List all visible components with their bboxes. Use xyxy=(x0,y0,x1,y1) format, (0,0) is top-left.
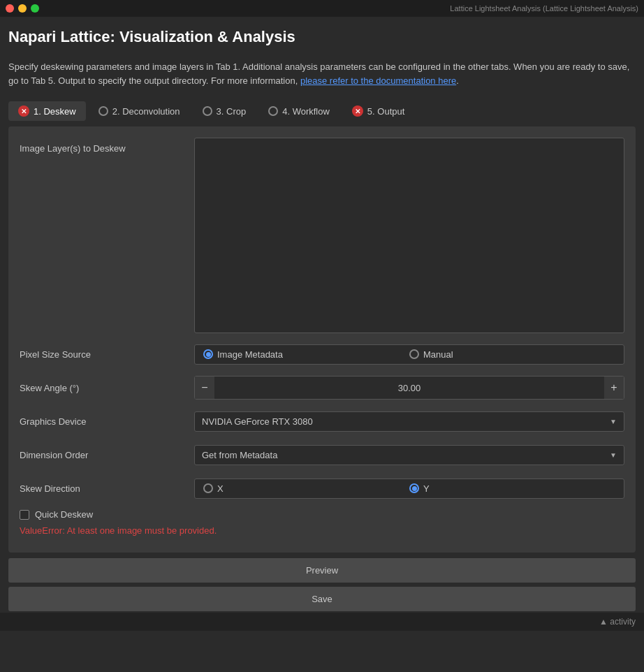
skew-angle-plus-button[interactable]: + xyxy=(604,377,624,399)
tab-crop-label: 3. Crop xyxy=(217,106,247,117)
skew-angle-control: − 30.00 + xyxy=(194,376,624,400)
pixel-size-source-control: Image Metadata Manual xyxy=(194,344,624,365)
graphics-device-value: NVIDIA GeForce RTX 3080 xyxy=(202,416,313,427)
title-bar: Lattice Lightsheet Analysis (Lattice Lig… xyxy=(0,0,644,17)
skew-direction-row: Skew Direction X Y xyxy=(20,476,624,501)
graphics-device-label: Graphics Device xyxy=(20,416,194,427)
dimension-order-row: Dimension Order Get from Metadata ▼ xyxy=(20,442,624,467)
skew-angle-minus-button[interactable]: − xyxy=(195,377,214,399)
quick-deskew-label: Quick Deskew xyxy=(35,509,93,520)
dimension-order-control: Get from Metadata ▼ xyxy=(194,445,624,465)
tab-workflow[interactable]: 4. Workflow xyxy=(258,101,339,121)
error-message: ValueError: At least one image must be p… xyxy=(20,525,624,536)
radio-skew-y-circle xyxy=(409,483,419,493)
tab-output-label: 5. Output xyxy=(367,106,404,117)
radio-manual-label: Manual xyxy=(423,349,453,360)
dimension-order-arrow-icon: ▼ xyxy=(610,451,617,459)
graphics-device-dropdown[interactable]: NVIDIA GeForce RTX 3080 ▼ xyxy=(194,411,624,432)
tab-deconvolution-icon xyxy=(98,106,108,116)
close-button[interactable] xyxy=(6,4,14,13)
radio-skew-y-label: Y xyxy=(423,483,430,494)
minimize-button[interactable] xyxy=(18,4,27,13)
window-title: Lattice Lightsheet Analysis (Lattice Lig… xyxy=(450,4,638,13)
app-title-section: Napari Lattice: Visualization & Analysis xyxy=(0,17,644,52)
dimension-order-dropdown[interactable]: Get from Metadata ▼ xyxy=(194,445,624,465)
title-bar-controls xyxy=(6,4,39,13)
tab-deconvolution[interactable]: 2. Deconvolution xyxy=(89,101,190,121)
preview-button[interactable]: Preview xyxy=(8,558,636,583)
tab-deskew-label: 1. Deskew xyxy=(34,106,76,117)
radio-skew-y[interactable]: Y xyxy=(409,483,615,494)
maximize-button[interactable] xyxy=(31,4,39,13)
tab-output[interactable]: ✕ 5. Output xyxy=(342,101,414,121)
activity-link[interactable]: ▲ activity xyxy=(599,617,636,627)
graphics-device-arrow-icon: ▼ xyxy=(610,418,617,425)
save-button[interactable]: Save xyxy=(8,587,636,611)
tab-deskew[interactable]: ✕ 1. Deskew xyxy=(8,101,86,121)
tab-deconvolution-label: 2. Deconvolution xyxy=(112,106,180,117)
description-text-part2: . xyxy=(456,75,459,86)
skew-angle-row: Skew Angle (°) − 30.00 + xyxy=(20,375,624,400)
pixel-size-source-row: Pixel Size Source Image Metadata Manual xyxy=(20,342,624,367)
tab-crop-icon xyxy=(203,106,212,116)
tab-workflow-label: 4. Workflow xyxy=(282,106,330,117)
dimension-order-value: Get from Metadata xyxy=(202,450,277,460)
radio-skew-x-label: X xyxy=(217,483,224,494)
radio-manual[interactable]: Manual xyxy=(409,349,615,360)
radio-image-metadata-label: Image Metadata xyxy=(217,349,283,360)
quick-deskew-checkbox[interactable] xyxy=(20,510,29,520)
radio-image-metadata-circle xyxy=(203,349,213,359)
quick-deskew-row: Quick Deskew xyxy=(20,509,624,520)
image-layer-row: Image Layer(s) to Deskew xyxy=(20,138,624,333)
pixel-size-source-label: Pixel Size Source xyxy=(20,349,194,360)
image-layer-label: Image Layer(s) to Deskew xyxy=(20,138,194,154)
skew-angle-value: 30.00 xyxy=(214,383,604,393)
skew-angle-spinbox: − 30.00 + xyxy=(194,376,624,400)
main-content: Image Layer(s) to Deskew Pixel Size Sour… xyxy=(8,126,636,553)
graphics-device-control: NVIDIA GeForce RTX 3080 ▼ xyxy=(194,411,624,432)
tab-workflow-icon xyxy=(268,106,278,116)
skew-angle-label: Skew Angle (°) xyxy=(20,383,194,393)
documentation-link[interactable]: please refer to the documentation here xyxy=(300,75,456,86)
dimension-order-label: Dimension Order xyxy=(20,450,194,460)
description-section: Specify deskewing parameters and image l… xyxy=(0,52,644,93)
graphics-device-row: Graphics Device NVIDIA GeForce RTX 3080 … xyxy=(20,409,624,434)
skew-direction-label: Skew Direction xyxy=(20,483,194,494)
tab-deskew-icon: ✕ xyxy=(18,105,29,117)
radio-skew-x-circle xyxy=(203,483,213,493)
radio-image-metadata[interactable]: Image Metadata xyxy=(203,349,409,360)
tab-output-icon: ✕ xyxy=(352,105,363,117)
radio-skew-x[interactable]: X xyxy=(203,483,409,494)
skew-direction-radio-group: X Y xyxy=(194,479,624,499)
radio-manual-circle xyxy=(409,349,419,359)
bottom-bar: ▲ activity xyxy=(0,613,644,631)
pixel-size-source-radio-group: Image Metadata Manual xyxy=(194,344,624,365)
image-layer-list[interactable] xyxy=(194,138,624,333)
tab-crop[interactable]: 3. Crop xyxy=(193,101,256,121)
app-title: Napari Lattice: Visualization & Analysis xyxy=(8,28,636,46)
skew-direction-control: X Y xyxy=(194,479,624,499)
buttons-area: Preview Save xyxy=(8,558,636,613)
tabs-container: ✕ 1. Deskew 2. Deconvolution 3. Crop 4. … xyxy=(0,93,644,121)
